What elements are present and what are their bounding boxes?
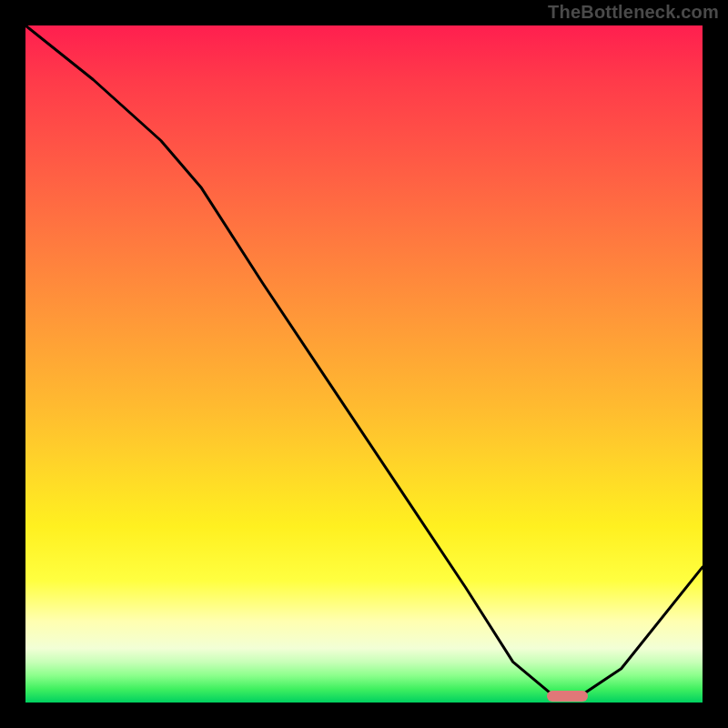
- plot-area: [25, 25, 703, 703]
- watermark-text: TheBottleneck.com: [548, 2, 719, 23]
- bottleneck-curve: [25, 25, 703, 696]
- curve-svg: [25, 25, 703, 703]
- chart-frame: TheBottleneck.com: [0, 0, 728, 728]
- optimal-marker: [547, 691, 588, 702]
